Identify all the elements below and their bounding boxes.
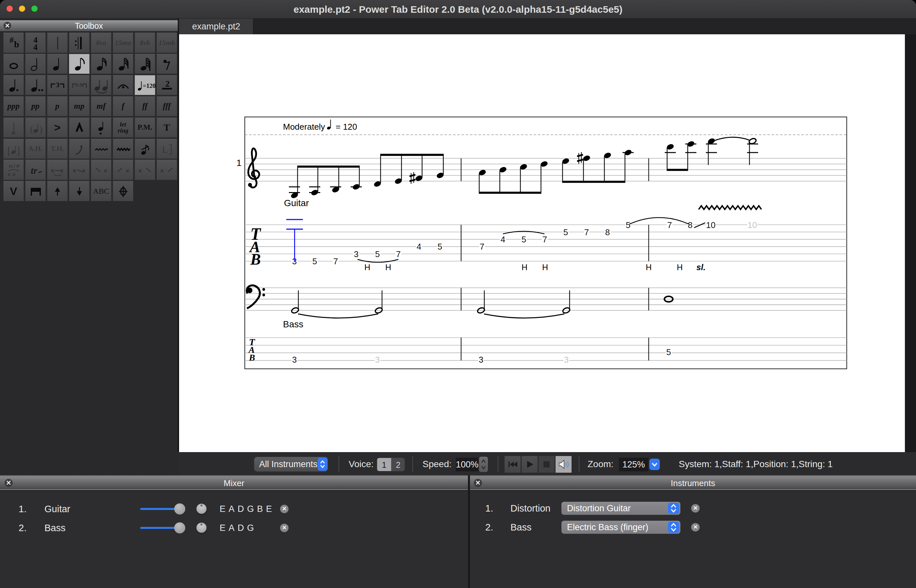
svg-text:7: 7 — [333, 257, 338, 266]
svg-text:5: 5 — [563, 227, 568, 237]
svg-text:sl.: sl. — [696, 263, 706, 272]
svg-text:7: 7 — [584, 227, 589, 237]
svg-text:Guitar: Guitar — [284, 198, 309, 208]
svg-text:8: 8 — [688, 220, 693, 230]
svg-text:10: 10 — [706, 220, 716, 230]
svg-text:3: 3 — [479, 355, 483, 365]
svg-text:3: 3 — [375, 355, 380, 365]
svg-text:H: H — [521, 263, 528, 272]
svg-text:5: 5 — [375, 249, 380, 259]
svg-text:7: 7 — [396, 249, 401, 259]
svg-text:5: 5 — [521, 234, 526, 244]
svg-text:5: 5 — [666, 347, 671, 357]
svg-text:3: 3 — [354, 249, 358, 259]
svg-text:B: B — [250, 250, 261, 268]
svg-text:7: 7 — [480, 242, 484, 252]
svg-text:7: 7 — [542, 234, 547, 244]
svg-text:H: H — [385, 263, 391, 272]
svg-text:B: B — [249, 352, 255, 363]
svg-text:Moderately: Moderately — [283, 122, 325, 132]
svg-text:8: 8 — [605, 227, 610, 237]
svg-text:5: 5 — [312, 257, 317, 266]
svg-text:Bass: Bass — [283, 319, 303, 329]
svg-text:10: 10 — [748, 220, 757, 230]
svg-text:7: 7 — [667, 220, 672, 230]
svg-text:H: H — [364, 263, 370, 272]
svg-text:4: 4 — [501, 234, 505, 244]
svg-text:1: 1 — [236, 158, 241, 168]
svg-text:3: 3 — [564, 355, 569, 365]
svg-text:5: 5 — [626, 220, 630, 230]
svg-text:H: H — [646, 263, 652, 272]
svg-text:3: 3 — [292, 355, 297, 365]
svg-text:H: H — [677, 263, 683, 272]
svg-text:4: 4 — [417, 242, 421, 252]
svg-text:5: 5 — [438, 242, 442, 252]
svg-text:H: H — [542, 263, 548, 272]
svg-text:= 120: = 120 — [336, 122, 357, 132]
